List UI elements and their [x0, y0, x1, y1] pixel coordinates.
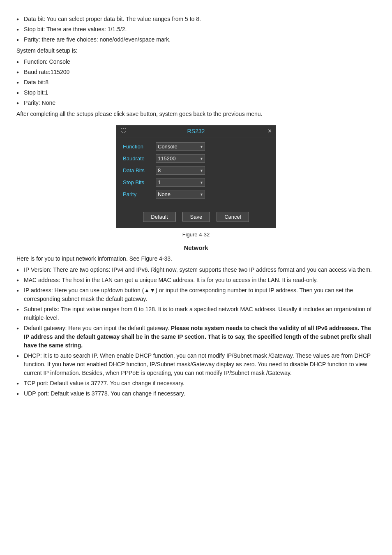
- select-databits[interactable]: 8: [156, 166, 205, 175]
- bullet-text: Parity: None: [24, 99, 55, 107]
- bullet-text: MAC address: The host in the LAN can get…: [24, 276, 318, 284]
- dialog-title: RS232: [187, 128, 205, 134]
- form-row-function: Function Console: [123, 142, 269, 151]
- bullet-text: Default gateway: Here you can input the …: [24, 324, 376, 350]
- bullet-text: DHCP: It is to auto search IP. When enab…: [24, 352, 376, 377]
- select-wrapper-function: Console: [156, 142, 205, 151]
- list-item: Baud rate:115200: [16, 68, 376, 76]
- list-item: UDP port: Default value is 37778. You ca…: [16, 389, 376, 398]
- list-item: Stop bit:1: [16, 88, 376, 97]
- system-default-label: System default setup is:: [16, 46, 376, 55]
- form-row-parity: Parity None: [123, 190, 269, 199]
- figure-container: 🛡 RS232 × Function Console Baudrate 1152…: [16, 125, 376, 238]
- list-item: TCP port: Default value is 37777. You ca…: [16, 379, 376, 388]
- shield-icon: 🛡: [120, 127, 127, 135]
- bullet-text: TCP port: Default value is 37777. You ca…: [24, 379, 184, 388]
- list-item: Default gateway: Here you can input the …: [16, 324, 376, 350]
- list-item: Function: Console: [16, 58, 376, 66]
- select-wrapper-stopbits: 1: [156, 178, 205, 187]
- default-button[interactable]: Default: [143, 212, 175, 222]
- bullet-text: Stop bit:1: [24, 88, 48, 97]
- form-row-stopbits: Stop Bits 1: [123, 178, 269, 187]
- bullet-text: Data bit: You can select proper data bit…: [24, 15, 201, 23]
- label-function: Function: [123, 143, 156, 150]
- bullet-text: Baud rate:115200: [24, 68, 69, 76]
- list-item: Parity: there are five choices: none/odd…: [16, 35, 376, 44]
- network-bullet-list: IP Version: There are two options: IPv4 …: [16, 266, 376, 398]
- rs232-dialog: 🛡 RS232 × Function Console Baudrate 1152…: [116, 125, 276, 228]
- cancel-button[interactable]: Cancel: [217, 212, 249, 222]
- select-wrapper-baudrate: 115200: [156, 154, 205, 163]
- network-title: Network: [16, 244, 376, 251]
- select-parity[interactable]: None: [156, 190, 205, 199]
- label-parity: Parity: [123, 191, 156, 197]
- form-row-databits: Data Bits 8: [123, 166, 269, 175]
- list-item: Subnet prefix: The input value ranges fr…: [16, 305, 376, 322]
- select-function[interactable]: Console: [156, 142, 205, 151]
- select-stopbits[interactable]: 1: [156, 178, 205, 187]
- list-item: IP address: Here you can use up/down but…: [16, 286, 376, 303]
- list-item: Data bit: You can select proper data bit…: [16, 15, 376, 23]
- close-icon[interactable]: ×: [268, 127, 272, 135]
- dialog-title-bar: 🛡 RS232 ×: [116, 125, 276, 137]
- intro-bullet-list: Data bit: You can select proper data bit…: [16, 15, 376, 44]
- dialog-body: Function Console Baudrate 115200 Data: [116, 137, 276, 208]
- network-intro: Here is for you to input network informa…: [16, 254, 376, 263]
- label-databits: Data Bits: [123, 167, 156, 173]
- after-setup-text: After completing all the setups please c…: [16, 110, 376, 118]
- select-wrapper-parity: None: [156, 190, 205, 199]
- bullet-text: Subnet prefix: The input value ranges fr…: [24, 305, 376, 322]
- figure-caption: Figure 4-32: [182, 231, 210, 238]
- dialog-footer: Default Save Cancel: [116, 208, 276, 228]
- select-baudrate[interactable]: 115200: [156, 154, 205, 163]
- label-baudrate: Baudrate: [123, 155, 156, 162]
- bullet-text: Stop bit: There are three values: 1/1.5/…: [24, 25, 127, 34]
- bullet-text: Data bit:8: [24, 78, 48, 87]
- bullet-text: IP address: Here you can use up/down but…: [24, 286, 376, 303]
- list-item: Data bit:8: [16, 78, 376, 87]
- list-item: DHCP: It is to auto search IP. When enab…: [16, 352, 376, 377]
- form-row-baudrate: Baudrate 115200: [123, 154, 269, 163]
- list-item: Parity: None: [16, 99, 376, 107]
- list-item: Stop bit: There are three values: 1/1.5/…: [16, 25, 376, 34]
- bullet-text: Parity: there are five choices: none/odd…: [24, 35, 171, 44]
- bullet-text: Function: Console: [24, 58, 70, 66]
- list-item: IP Version: There are two options: IPv4 …: [16, 266, 376, 274]
- bullet-text: UDP port: Default value is 37778. You ca…: [24, 389, 185, 398]
- select-wrapper-databits: 8: [156, 166, 205, 175]
- list-item: MAC address: The host in the LAN can get…: [16, 276, 376, 284]
- default-bullet-list: Function: Console Baud rate:115200 Data …: [16, 58, 376, 107]
- bullet-text: IP Version: There are two options: IPv4 …: [24, 266, 372, 274]
- label-stopbits: Stop Bits: [123, 179, 156, 185]
- save-button[interactable]: Save: [182, 212, 210, 222]
